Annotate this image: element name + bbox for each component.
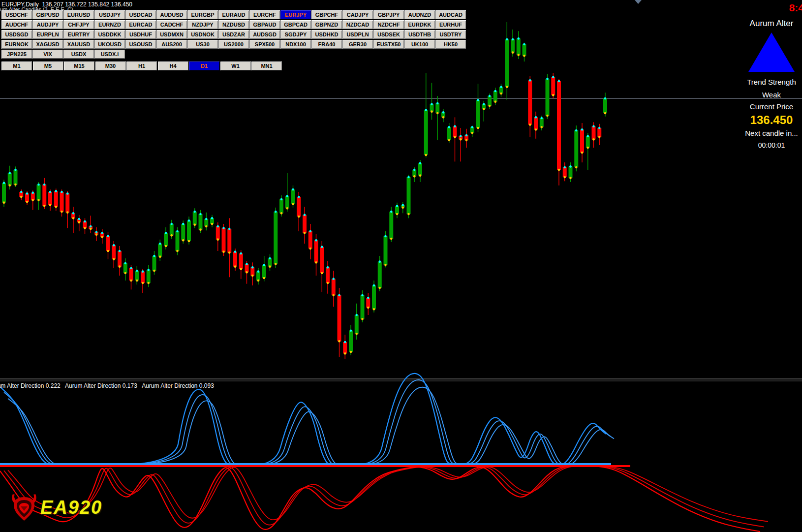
- symbol-button-EURCHF[interactable]: EURCHF: [249, 10, 280, 20]
- symbol-button-NZDCHF[interactable]: NZDCHF: [373, 20, 404, 30]
- symbol-button-AUDCAD[interactable]: AUDCAD: [435, 10, 466, 20]
- symbol-button-NZDUSD[interactable]: NZDUSD: [218, 20, 249, 30]
- oscillator-zero-bar-0: [0, 463, 611, 465]
- alter-dot-bottom: [211, 223, 214, 225]
- symbol-button-CADCHF[interactable]: CADCHF: [156, 20, 187, 30]
- symbol-button-USDSEK[interactable]: USDSEK: [373, 30, 404, 39]
- symbol-button-USDMXN[interactable]: USDMXN: [156, 30, 187, 39]
- symbol-button-EURJPY[interactable]: EURJPY: [280, 10, 311, 20]
- symbol-button-AUDSGD[interactable]: AUDSGD: [249, 30, 280, 39]
- symbol-button-CADJPY[interactable]: CADJPY: [342, 10, 373, 20]
- symbol-button-FRA40[interactable]: FRA40: [311, 39, 342, 49]
- candle-body: [153, 256, 156, 271]
- symbol-button-HK50[interactable]: HK50: [435, 39, 466, 49]
- candle-body: [147, 270, 151, 283]
- timeframe-button-M15[interactable]: M15: [63, 61, 95, 71]
- symbol-button-USDCHF[interactable]: USDCHF: [1, 10, 32, 20]
- symbol-button-VIX[interactable]: VIX: [32, 49, 63, 59]
- symbol-button-USDCAD[interactable]: USDCAD: [125, 10, 156, 20]
- price-chart-canvas[interactable]: [0, 0, 802, 532]
- symbol-button-AUDCHF[interactable]: AUDCHF: [1, 20, 32, 30]
- symbol-button-AUDUSD[interactable]: AUDUSD: [156, 10, 187, 20]
- symbol-button-EURCAD[interactable]: EURCAD: [125, 20, 156, 30]
- symbol-button-AUDJPY[interactable]: AUDJPY: [32, 20, 63, 30]
- symbol-button-EURHUF[interactable]: EURHUF: [435, 20, 466, 30]
- alter-dot-top: [211, 217, 214, 219]
- symbol-button-USDTRY[interactable]: USDTRY: [435, 30, 466, 39]
- symbol-button-USDJPY[interactable]: USDJPY: [94, 10, 125, 20]
- symbol-button-EURUSD[interactable]: EURUSD: [63, 10, 94, 20]
- alter-dot-bottom: [454, 136, 456, 138]
- alter-dot-bottom: [327, 282, 329, 284]
- alter-dot-top: [598, 127, 601, 129]
- symbol-button-US30[interactable]: US30: [187, 39, 218, 49]
- symbol-button-UK100[interactable]: UK100: [404, 39, 435, 49]
- symbol-button-EURNOK[interactable]: EURNOK: [1, 39, 32, 49]
- symbol-button-USDPLN[interactable]: USDPLN: [342, 30, 373, 39]
- timeframe-button-M1[interactable]: M1: [1, 61, 32, 71]
- symbol-button-GBPCHF[interactable]: GBPCHF: [311, 10, 342, 20]
- alter-dot-bottom: [165, 245, 167, 248]
- symbol-button-GBPAUD[interactable]: GBPAUD: [249, 20, 280, 30]
- alter-dot-top: [546, 78, 549, 80]
- symbol-button-USDHKD[interactable]: USDHKD: [311, 30, 342, 39]
- candle-body: [563, 167, 567, 177]
- symbol-button-USDSGD[interactable]: USDSGD: [1, 30, 32, 39]
- symbol-button-US2000[interactable]: US2000: [218, 39, 249, 49]
- timeframe-button-H1[interactable]: H1: [126, 61, 157, 71]
- alter-dot-top: [448, 126, 450, 128]
- timeframe-button-H4[interactable]: H4: [157, 61, 189, 71]
- symbol-button-GBPNZD[interactable]: GBPNZD: [311, 20, 342, 30]
- symbol-button-XAGUSD[interactable]: XAGUSD: [32, 39, 63, 49]
- symbol-button-USDTHB[interactable]: USDTHB: [404, 30, 435, 39]
- candle-body: [447, 127, 451, 140]
- symbol-button-XAUUSD[interactable]: XAUUSD: [63, 39, 94, 49]
- symbol-button-USDZAR[interactable]: USDZAR: [218, 30, 249, 39]
- candle-body: [476, 100, 480, 128]
- candle-countdown: 00:00:01: [732, 141, 802, 149]
- timeframe-button-M30[interactable]: M30: [95, 61, 126, 71]
- symbol-button-EURDKK[interactable]: EURDKK: [404, 20, 435, 30]
- symbol-button-USDHUF[interactable]: USDHUF: [125, 30, 156, 39]
- symbol-button-NZDJPY[interactable]: NZDJPY: [187, 20, 218, 30]
- timeframe-button-W1[interactable]: W1: [220, 61, 251, 71]
- symbol-button-GBPJPY[interactable]: GBPJPY: [373, 10, 404, 20]
- timeframe-button-D1[interactable]: D1: [188, 61, 220, 71]
- direction-line-blue-echo-0: [4, 380, 610, 465]
- symbol-button-JPN225[interactable]: JPN225: [1, 49, 32, 59]
- symbol-button-GBPUSD[interactable]: GBPUSD: [32, 10, 63, 20]
- symbol-button-UKOUSD[interactable]: UKOUSD: [94, 39, 125, 49]
- alter-dot-bottom: [512, 51, 514, 54]
- symbol-button-USDX[interactable]: USDX: [63, 49, 94, 59]
- symbol-button-USDX.i[interactable]: USDX.i: [94, 49, 125, 59]
- symbol-button-NZDCAD[interactable]: NZDCAD: [342, 20, 373, 30]
- alter-dot-bottom: [8, 184, 11, 187]
- alter-dot-bottom: [448, 139, 450, 142]
- alter-dot-top: [332, 278, 335, 280]
- candle-body: [569, 166, 573, 178]
- symbol-button-EURAUD[interactable]: EURAUD: [218, 10, 249, 20]
- timeframe-button-MN1[interactable]: MN1: [251, 61, 282, 71]
- symbol-button-AUDNZD[interactable]: AUDNZD: [404, 10, 435, 20]
- symbol-button-USOUSD[interactable]: USOUSD: [125, 39, 156, 49]
- symbol-button-SGDJPY[interactable]: SGDJPY: [280, 30, 311, 39]
- symbol-button-CHFJPY[interactable]: CHFJPY: [63, 20, 94, 30]
- symbol-button-EURGBP[interactable]: EURGBP: [187, 10, 218, 20]
- symbol-button-AUS200[interactable]: AUS200: [156, 39, 187, 49]
- symbol-button-GBPCAD[interactable]: GBPCAD: [280, 20, 311, 30]
- symbol-button-NDX100[interactable]: NDX100: [280, 39, 311, 49]
- alter-dot-top: [575, 129, 578, 132]
- alter-dot-bottom: [124, 272, 126, 275]
- symbol-button-EURTRY[interactable]: EURTRY: [63, 30, 94, 39]
- candle-body: [158, 244, 162, 257]
- candle-body: [361, 295, 365, 319]
- symbol-button-EURPLN[interactable]: EURPLN: [32, 30, 63, 39]
- symbol-button-EURNZD[interactable]: EURNZD: [94, 20, 125, 30]
- timeframe-button-M5[interactable]: M5: [32, 61, 64, 71]
- alter-dot-top: [442, 111, 445, 114]
- symbol-button-EUSTX50[interactable]: EUSTX50: [373, 39, 404, 49]
- symbol-button-GER30[interactable]: GER30: [342, 39, 373, 49]
- symbol-button-USDNOK[interactable]: USDNOK: [187, 30, 218, 39]
- symbol-button-SPX500[interactable]: SPX500: [249, 39, 280, 49]
- symbol-button-USDDKK[interactable]: USDDKK: [94, 30, 125, 39]
